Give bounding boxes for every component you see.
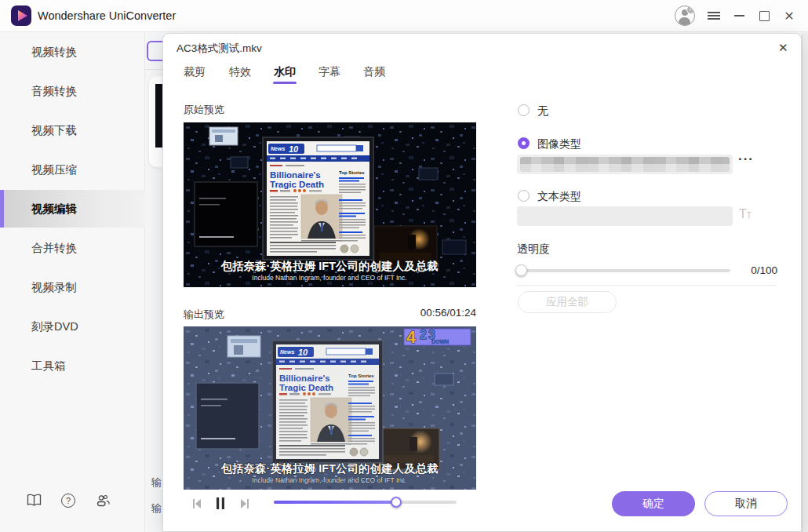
sidebar: 视频转换 音频转换 视频下载 视频压缩 视频编辑 合并转换 视频录制 刻录DVD… xyxy=(0,32,145,532)
tab-active-underline xyxy=(273,82,297,84)
sidebar-item-video-download[interactable]: 视频下载 xyxy=(0,111,145,149)
tab-effect[interactable]: 特效 xyxy=(229,65,251,81)
font-icon[interactable]: TT xyxy=(739,207,752,221)
title-bar: Wondershare UniConverter ✓ ✕ xyxy=(0,0,808,32)
sidebar-item-video-convert[interactable]: 视频转换 xyxy=(0,33,145,71)
transparency-label: 透明度 xyxy=(517,242,550,257)
watermark-logo: 4 23 DOWN xyxy=(404,327,471,347)
menu-icon[interactable] xyxy=(703,5,725,27)
subtitle-en: Include Nathan Ingram, founder and CEO o… xyxy=(252,476,406,484)
help-icon[interactable]: ? xyxy=(61,494,75,508)
radio-none[interactable] xyxy=(518,104,530,116)
dialog-title: AC3格式测试.mkv xyxy=(177,42,262,56)
webpage-sidebar-title: Top Stories xyxy=(339,170,365,175)
seek-thumb[interactable] xyxy=(391,497,402,508)
subtitle-zh: 包括奈森·英格拉姆 IFT公司的创建人及总裁 xyxy=(220,260,439,272)
uniconverter-logo xyxy=(11,5,31,26)
tab-crop[interactable]: 裁剪 xyxy=(184,65,206,81)
radio-text-type-label[interactable]: 文本类型 xyxy=(537,190,581,204)
output-preview-frame: News 10 Billionaire's Tragic Death xyxy=(184,326,476,490)
book-icon[interactable] xyxy=(27,494,42,510)
subtitle-en: Include Nathan Ingram, founder and CEO o… xyxy=(252,274,406,282)
cancel-button[interactable]: 取消 xyxy=(704,491,788,516)
seek-progress xyxy=(274,501,396,504)
minimize-icon[interactable] xyxy=(728,5,750,27)
censored-path-mosaic xyxy=(520,157,730,172)
transparency-thumb[interactable] xyxy=(515,264,527,276)
maximize-icon[interactable] xyxy=(753,5,775,27)
time-display: 00:56/01:24 xyxy=(382,307,476,319)
edit-dialog: AC3格式测试.mkv ✕ 裁剪 特效 水印 字幕 音频 原始预览 输出预览 0… xyxy=(162,33,802,532)
next-frame-icon[interactable] xyxy=(238,497,251,513)
sidebar-item-audio-convert[interactable]: 音频转换 xyxy=(0,72,145,110)
radio-image-type-label[interactable]: 图像类型 xyxy=(537,137,581,151)
headline-line2: Tragic Death xyxy=(270,180,324,189)
more-icon[interactable]: ··· xyxy=(738,151,754,167)
news-logo-10: 10 xyxy=(289,144,299,154)
avatar-shoulders xyxy=(679,17,690,25)
sidebar-item-burn-dvd[interactable]: 刻录DVD xyxy=(0,308,145,345)
app-title: Wondershare UniConverter xyxy=(38,9,176,22)
watermark-caption: DOWN xyxy=(431,339,449,344)
background-right-strip xyxy=(802,33,808,532)
subtitle-zh: 包括奈森·英格拉姆 IFT公司的创建人及总裁 xyxy=(220,462,439,475)
original-preview-label: 原始预览 xyxy=(184,103,224,117)
radio-none-label[interactable]: 无 xyxy=(537,104,548,118)
transparency-slider[interactable] xyxy=(517,269,730,272)
radio-text-type[interactable] xyxy=(518,190,530,202)
radio-image-type[interactable] xyxy=(518,137,530,149)
watermark-digit-4: 4 xyxy=(406,327,417,347)
prev-frame-icon[interactable] xyxy=(191,497,203,513)
news-logo-text: News xyxy=(271,146,285,151)
background-divider xyxy=(145,69,162,70)
sidebar-item-video-edit[interactable]: 视频编辑 xyxy=(0,190,145,228)
original-preview-frame: News 10 Billionaire's Tragic Death xyxy=(184,122,476,287)
tab-watermark[interactable]: 水印 xyxy=(274,65,296,81)
headline-line1: Billionaire's xyxy=(270,170,321,180)
user-avatar-icon[interactable]: ✓ xyxy=(675,5,695,26)
dialog-close-icon[interactable]: ✕ xyxy=(778,41,788,55)
image-path-input[interactable] xyxy=(517,155,733,174)
sidebar-item-video-compress[interactable]: 视频压缩 xyxy=(0,151,145,188)
seek-slider[interactable] xyxy=(274,501,457,504)
output-preview-label: 输出预览 xyxy=(184,308,224,322)
community-icon[interactable] xyxy=(96,494,111,511)
options-divider xyxy=(517,285,776,286)
background-clipped-label: 输 xyxy=(151,501,162,516)
sidebar-item-toolbox[interactable]: 工具箱 xyxy=(0,347,145,384)
sidebar-item-screen-record[interactable]: 视频录制 xyxy=(0,268,145,306)
close-icon[interactable]: ✕ xyxy=(778,5,800,27)
tab-subtitle[interactable]: 字幕 xyxy=(318,65,340,81)
background-clipped-label: 输 xyxy=(151,476,162,490)
pause-icon[interactable] xyxy=(215,497,226,513)
text-watermark-input[interactable] xyxy=(517,206,733,226)
confirm-button[interactable]: 确定 xyxy=(612,491,695,516)
transparency-value: 0/100 xyxy=(737,264,777,276)
app-window: Wondershare UniConverter ✓ ✕ 视频转换 音频转换 视… xyxy=(0,0,808,532)
apply-all-button[interactable]: 应用全部 xyxy=(518,291,617,313)
tab-audio[interactable]: 音频 xyxy=(363,65,385,81)
avatar-badge: ✓ xyxy=(686,5,695,14)
sidebar-item-merge-convert[interactable]: 合并转换 xyxy=(0,229,145,267)
